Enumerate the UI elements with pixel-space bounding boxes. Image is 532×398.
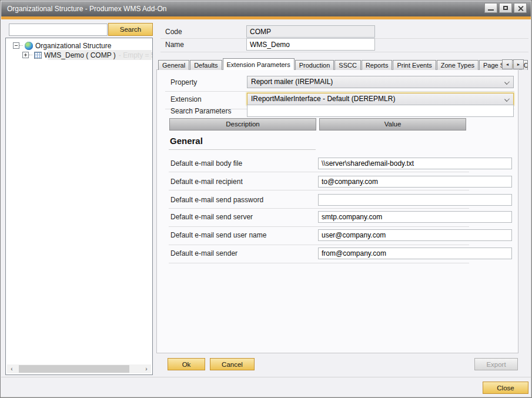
property-dropdown[interactable]: Report mailer (IREPMAIL) (247, 76, 514, 88)
window-controls (484, 3, 527, 13)
tree-search-input[interactable] (9, 24, 108, 36)
tree-connector (19, 45, 23, 46)
window-title: Organizational Structure - Produmex WMS … (7, 5, 166, 13)
gold-accent-bar (1, 16, 531, 19)
search-button[interactable]: Search (108, 23, 153, 36)
name-label: Name (165, 41, 184, 49)
tab-general[interactable]: General (158, 60, 189, 70)
tree-node-label: WMS_Demo ( COMP ) (44, 51, 116, 59)
tree-root-label: Organizational Structure (35, 42, 111, 50)
code-field (246, 25, 375, 38)
minimize-button[interactable] (484, 3, 497, 13)
maximize-button[interactable] (499, 3, 512, 13)
dialog-window: Organizational Structure - Produmex WMS … (0, 0, 532, 398)
cancel-button[interactable]: Cancel (210, 358, 255, 370)
tree-root-node[interactable]: Organizational Structure (6, 41, 152, 51)
param-label: Default e-mail sender (170, 249, 237, 257)
tree-node-suffix: - Empty = 55/5 (119, 51, 152, 59)
description-column-header[interactable]: Description (169, 118, 316, 131)
divider (1, 377, 531, 377)
param-value-input[interactable] (318, 176, 512, 188)
company-icon (34, 52, 42, 59)
param-value-input[interactable] (318, 158, 512, 169)
search-parameters-input[interactable] (247, 105, 514, 117)
param-value-input[interactable] (318, 229, 512, 241)
scrollbar-thumb[interactable] (19, 365, 129, 373)
divider (169, 190, 469, 190)
export-button[interactable]: Export (474, 358, 518, 370)
collapse-icon[interactable] (13, 42, 19, 49)
close-window-button[interactable] (514, 3, 527, 13)
param-label: Default e-mail send user name (170, 231, 266, 239)
extension-value: IReportMailerInterface - Default (DEREPM… (251, 95, 395, 103)
divider (169, 208, 469, 209)
close-icon (520, 5, 521, 11)
tree-horizontal-scrollbar[interactable]: ‹ › (7, 364, 151, 373)
title-bar[interactable]: Organizational Structure - Produmex WMS … (1, 1, 531, 16)
chevron-down-icon (505, 97, 509, 101)
divider (169, 245, 469, 245)
tab-strip: General Defaults Extension Parameters Pr… (158, 58, 528, 70)
param-label: Default e-mail send password (170, 196, 263, 204)
maximize-icon (503, 6, 508, 10)
param-label: Default e-mail body file (170, 159, 242, 168)
tab-extension-parameters[interactable]: Extension Parameters (223, 58, 295, 70)
property-label: Property (170, 78, 197, 86)
scroll-right-icon: ► (517, 62, 521, 66)
extension-dropdown[interactable]: IReportMailerInterface - Default (DEREPM… (247, 93, 514, 105)
close-button[interactable]: Close (483, 382, 528, 394)
param-label: Default e-mail send server (170, 213, 253, 221)
ok-button[interactable]: Ok (168, 358, 205, 370)
tab-reports[interactable]: Reports (362, 60, 393, 70)
tree-connector (29, 55, 32, 56)
tab-production[interactable]: Production (295, 60, 334, 70)
name-field[interactable] (246, 38, 375, 51)
divider (169, 226, 469, 227)
scroll-left-icon[interactable]: ‹ (7, 364, 16, 373)
search-parameters-label: Search Parameters (170, 107, 231, 115)
expand-icon[interactable] (22, 52, 29, 58)
tab-zone-types[interactable]: Zone Types (437, 60, 479, 70)
chevron-down-icon (505, 80, 509, 83)
divider (165, 91, 514, 92)
globe-icon (25, 42, 33, 50)
divider (169, 172, 469, 172)
tab-defaults[interactable]: Defaults (190, 60, 222, 70)
property-value: Report mailer (IREPMAIL) (251, 78, 333, 86)
tree-node-company[interactable]: WMS_Demo ( COMP ) - Empty = 55/5 (6, 50, 152, 60)
param-value-input[interactable] (318, 248, 512, 259)
scroll-right-icon[interactable]: › (142, 364, 151, 373)
tab-scroll-left-button[interactable]: ◄ (502, 59, 513, 69)
scroll-left-icon: ◄ (506, 62, 510, 66)
minimize-icon (488, 9, 494, 11)
tab-print-events[interactable]: Print Events (393, 60, 436, 70)
code-label: Code (165, 28, 182, 36)
tab-scroll-right-button[interactable]: ► (513, 59, 524, 69)
value-column-header[interactable]: Value (319, 118, 466, 131)
section-title: General (170, 136, 203, 146)
section-underline (169, 149, 316, 150)
org-structure-tree: Organizational Structure WMS_Demo ( COMP… (5, 38, 153, 375)
param-value-input[interactable] (318, 194, 512, 206)
extension-label: Extension (170, 95, 202, 103)
param-label: Default e-mail recipient (170, 178, 243, 186)
divider (160, 52, 528, 52)
extension-parameters-panel: Property Report mailer (IREPMAIL) Extens… (156, 69, 518, 353)
param-value-input[interactable] (318, 211, 512, 223)
tab-sscc[interactable]: SSCC (334, 60, 361, 70)
divider (169, 263, 469, 263)
